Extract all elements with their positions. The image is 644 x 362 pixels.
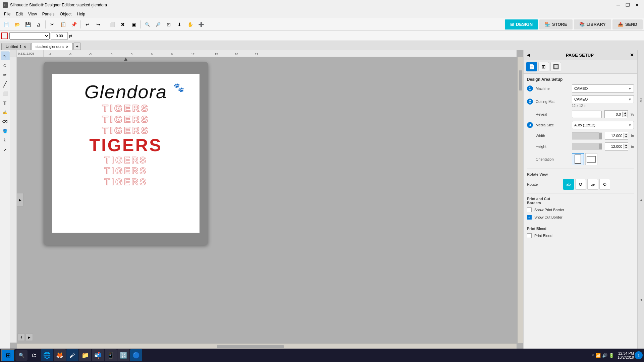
- print-button[interactable]: 🖨: [34, 19, 44, 29]
- taskbar-app-firefox[interactable]: 🦊: [54, 349, 66, 361]
- panel-close-button[interactable]: ✕: [630, 52, 634, 58]
- start-button[interactable]: ⊞: [1, 349, 15, 361]
- print-bleed-checkbox[interactable]: [527, 233, 532, 238]
- stroke-width-input[interactable]: 0.00: [51, 32, 68, 40]
- taskbar-app-paint[interactable]: 🖌: [66, 349, 78, 361]
- width-spin[interactable]: 12.000 ▲ ▼: [605, 132, 628, 140]
- battery-icon[interactable]: 🔋: [609, 353, 614, 358]
- rotate-btn-cw[interactable]: ↻: [599, 179, 610, 190]
- height-input[interactable]: 12.000: [605, 144, 624, 148]
- menu-panels[interactable]: Panels: [40, 11, 57, 17]
- stroke-style-select[interactable]: ──────────────: [9, 32, 50, 40]
- panel-tab-view[interactable]: 🔲: [550, 62, 561, 71]
- fill-tool[interactable]: 🪣: [1, 127, 9, 135]
- move-down-button[interactable]: ⬇: [174, 19, 184, 29]
- delete-button[interactable]: ✖: [118, 19, 128, 29]
- draw-tool[interactable]: ✏: [1, 70, 9, 79]
- panel-tab-page[interactable]: 📄: [526, 62, 537, 71]
- edge-expand-btn[interactable]: ◀: [639, 197, 643, 203]
- taskbar-app-silhouette[interactable]: 🔵: [130, 349, 142, 361]
- knife-tool[interactable]: ⌇: [1, 136, 9, 145]
- open-button[interactable]: 📂: [12, 19, 22, 29]
- menu-view[interactable]: View: [25, 11, 40, 17]
- network-icon[interactable]: 📶: [595, 353, 601, 358]
- edge-expand-btn2[interactable]: ◀: [639, 297, 643, 303]
- taskbar-clock[interactable]: 12:34 PM 10/2/2019: [618, 351, 634, 359]
- group-button[interactable]: ▣: [128, 19, 139, 29]
- minimize-button[interactable]: ─: [614, 2, 623, 8]
- height-spin[interactable]: 12.000 ▲ ▼: [605, 142, 628, 150]
- pan-button[interactable]: ✋: [185, 19, 195, 29]
- rotate-btn-ccw[interactable]: ↺: [575, 179, 586, 190]
- undo-button[interactable]: ↩: [83, 19, 93, 29]
- copy-button[interactable]: 📋: [58, 19, 68, 29]
- send-nav-button[interactable]: 📤 SEND: [612, 19, 643, 29]
- reveal-value-spin[interactable]: ▲ ▼: [604, 110, 628, 118]
- save-as-button[interactable]: 💾: [23, 19, 33, 29]
- vertical-scrollbar[interactable]: [517, 57, 523, 343]
- scroll-left-btn[interactable]: ⬇: [17, 334, 25, 341]
- cut-button[interactable]: ✂: [47, 19, 57, 29]
- add-button[interactable]: ➕: [196, 19, 206, 29]
- cutting-mat-dropdown[interactable]: CAMEO ▼: [572, 95, 634, 103]
- reveal-down-btn[interactable]: ▼: [623, 114, 628, 117]
- panel-collapse-arrow[interactable]: ◀: [527, 53, 530, 57]
- zoom-in-button[interactable]: 🔍: [142, 19, 152, 29]
- width-input[interactable]: 12.000: [605, 134, 624, 138]
- width-bar-handle[interactable]: [599, 133, 602, 139]
- node-edit-tool[interactable]: ⬡: [1, 61, 9, 70]
- menu-object[interactable]: Object: [57, 11, 74, 17]
- rotate-btn-qe[interactable]: qe: [587, 179, 598, 190]
- height-down-btn[interactable]: ▼: [624, 146, 628, 149]
- menu-help[interactable]: Help: [74, 11, 88, 17]
- rotate-btn-ab[interactable]: ab: [563, 179, 574, 190]
- close-button[interactable]: ✕: [633, 2, 641, 8]
- add-tab-button[interactable]: +: [73, 43, 81, 50]
- taskbar-app-calc[interactable]: 🔢: [117, 349, 129, 361]
- machine-dropdown[interactable]: CAMEO ▼: [572, 84, 634, 93]
- volume-icon[interactable]: 🔊: [602, 353, 607, 358]
- select-all-button[interactable]: ⬜: [107, 19, 117, 29]
- design-nav-button[interactable]: ⊞ DESIGN: [505, 19, 538, 29]
- v-scroll-thumb[interactable]: [519, 70, 522, 90]
- zoom-fit-button[interactable]: ⊡: [164, 19, 174, 29]
- notification-button[interactable]: 1: [635, 351, 643, 359]
- tab-close-untitled[interactable]: ✕: [23, 45, 26, 49]
- media-size-dropdown[interactable]: Auto (12x12) ▼: [572, 121, 634, 129]
- chevron-up-icon[interactable]: ^: [592, 353, 594, 358]
- reveal-input[interactable]: [605, 112, 622, 116]
- new-button[interactable]: 📄: [1, 19, 11, 29]
- taskbar-app-files[interactable]: 📁: [79, 349, 91, 361]
- select-tool[interactable]: ↖: [1, 52, 9, 60]
- pointer2-tool[interactable]: ↗: [1, 145, 9, 154]
- scroll-right-btn[interactable]: ▶: [25, 334, 33, 341]
- landscape-button[interactable]: [585, 153, 597, 165]
- tab-close-glendora[interactable]: ✕: [66, 45, 68, 49]
- tab-untitled-1[interactable]: Untitled-1 ✕: [1, 43, 31, 50]
- search-button[interactable]: 🔍: [15, 350, 28, 361]
- left-expand-button[interactable]: ▶: [17, 193, 23, 206]
- line-tool[interactable]: ╱: [1, 80, 9, 88]
- text-tool[interactable]: T: [1, 99, 9, 107]
- stroke-color-box[interactable]: [1, 33, 8, 39]
- paste-button[interactable]: 📌: [69, 19, 79, 29]
- reveal-slider[interactable]: [572, 111, 602, 118]
- portrait-button[interactable]: [572, 153, 584, 165]
- h-scroll-thumb[interactable]: [217, 345, 284, 348]
- redo-button[interactable]: ↪: [93, 19, 103, 29]
- library-nav-button[interactable]: 📚 LIBRARY: [574, 19, 611, 29]
- taskbar-app-mail[interactable]: 📬: [92, 349, 104, 361]
- eraser-tool[interactable]: ⌫: [1, 117, 9, 126]
- menu-edit[interactable]: Edit: [13, 11, 25, 17]
- taskbar-app-ie[interactable]: 🌐: [41, 349, 53, 361]
- menu-file[interactable]: File: [1, 11, 13, 17]
- maximize-button[interactable]: ❐: [623, 2, 632, 8]
- task-view-button[interactable]: 🗂: [28, 349, 40, 361]
- store-nav-button[interactable]: 🏪 STORE: [539, 19, 573, 29]
- show-cut-border-checkbox[interactable]: ✓: [527, 215, 532, 220]
- height-bar-handle[interactable]: [599, 143, 602, 149]
- zoom-out-button[interactable]: 🔎: [153, 19, 163, 29]
- shape-tool[interactable]: ⬜: [1, 89, 9, 98]
- taskbar-app-phone[interactable]: 📱: [105, 349, 117, 361]
- tab-stacked-glendora[interactable]: stacked glendora ✕: [31, 43, 73, 50]
